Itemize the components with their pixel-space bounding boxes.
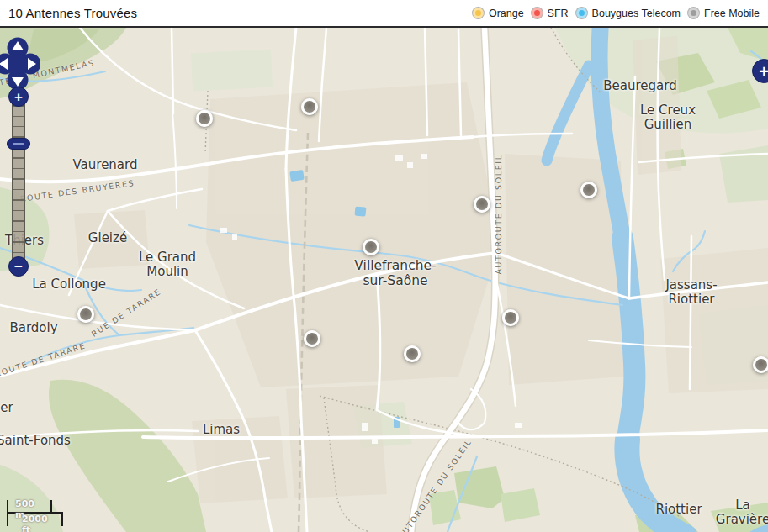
antenna-marker[interactable] xyxy=(363,239,379,255)
sfr-operator-icon xyxy=(532,8,543,18)
legend-item-orange: Orange xyxy=(473,8,524,19)
zoom-in-button[interactable]: + xyxy=(8,87,29,107)
legend: OrangeSFRBouygues TelecomFree Mobile xyxy=(473,8,768,19)
antenna-map-app: 10 Antennes Trouvées OrangeSFRBouygues T… xyxy=(0,0,768,532)
antenna-marker[interactable] xyxy=(404,345,421,362)
legend-label: SFR xyxy=(548,8,569,19)
legend-item-bouygues: Bouygues Telecom xyxy=(576,8,681,19)
map-base-tiles xyxy=(0,28,768,532)
antenna-marker[interactable] xyxy=(753,356,768,373)
legend-label: Bouygues Telecom xyxy=(592,8,681,19)
antenna-marker[interactable] xyxy=(580,182,597,198)
orange-operator-icon xyxy=(473,8,484,18)
free-mobile-operator-icon xyxy=(688,8,699,18)
header-bar: 10 Antennes Trouvées OrangeSFRBouygues T… xyxy=(0,0,768,28)
legend-label: Free Mobile xyxy=(704,8,760,19)
pan-control[interactable] xyxy=(0,36,40,92)
zoom-out-button[interactable]: − xyxy=(8,256,29,277)
antenna-marker[interactable] xyxy=(77,306,94,323)
zoom-slider-handle[interactable] xyxy=(7,138,30,150)
antenna-marker[interactable] xyxy=(196,110,213,127)
antenna-marker[interactable] xyxy=(474,196,490,213)
legend-item-sfr: SFR xyxy=(532,8,569,19)
antenna-marker[interactable] xyxy=(304,330,320,347)
legend-item-free-mobile: Free Mobile xyxy=(688,8,760,19)
antenna-marker[interactable] xyxy=(502,309,519,326)
bouygues-operator-icon xyxy=(576,8,587,18)
map-canvas[interactable]: RTE DE MONTMELASROUTE DES BRUYÈRESRUE DE… xyxy=(0,28,768,532)
zoom-slider-track[interactable] xyxy=(12,95,25,260)
results-count-title: 10 Antennes Trouvées xyxy=(0,6,137,20)
antenna-marker[interactable] xyxy=(301,98,318,115)
legend-label: Orange xyxy=(489,8,524,19)
